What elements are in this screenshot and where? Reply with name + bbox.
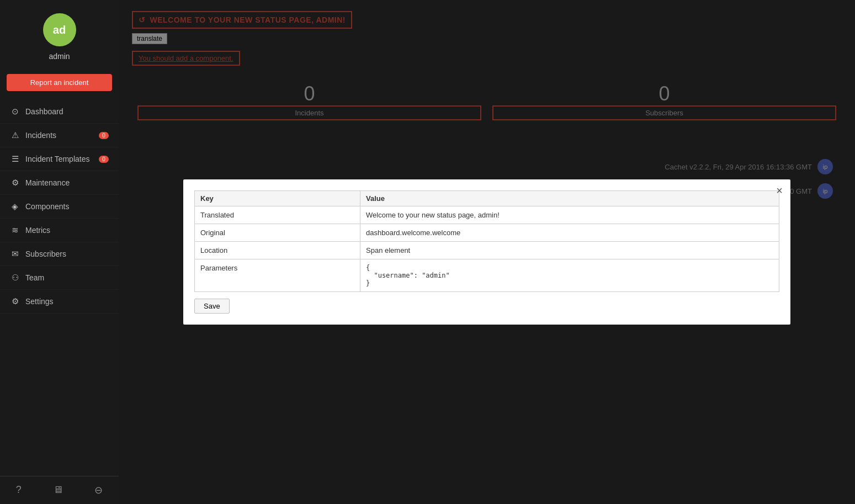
value-translated: Welcome to your new status page, admin! <box>360 206 779 224</box>
metrics-icon: ≋ <box>10 225 20 235</box>
sidebar-item-metrics[interactable]: ≋ Metrics <box>0 219 119 242</box>
sidebar-item-label: Incidents <box>25 131 56 140</box>
sidebar-item-incident-templates[interactable]: ☰ Incident Templates 0 <box>0 147 119 171</box>
sidebar: ad admin Report an incident ⊙ Dashboard … <box>0 0 119 504</box>
incidents-icon: ⚠ <box>10 130 20 140</box>
sidebar-item-label: Metrics <box>25 226 50 235</box>
sidebar-item-label: Incident Templates <box>25 155 89 163</box>
report-incident-button[interactable]: Report an incident <box>7 74 112 91</box>
key-translated: Translated <box>195 206 360 224</box>
modal-close-button[interactable]: × <box>776 185 783 196</box>
incidents-badge: 0 <box>99 132 109 139</box>
key-location: Location <box>195 242 360 259</box>
sidebar-item-label: Maintenance <box>25 178 70 187</box>
username-label: admin <box>49 52 70 61</box>
sidebar-item-label: Components <box>25 202 69 211</box>
sidebar-item-team[interactable]: ⚇ Team <box>0 266 119 290</box>
sidebar-item-components[interactable]: ◈ Components <box>0 195 119 219</box>
team-icon: ⚇ <box>10 273 20 283</box>
sidebar-item-label: Team <box>25 273 44 282</box>
table-row-location: Location Span element <box>195 242 779 259</box>
table-header-value: Value <box>360 191 779 206</box>
value-location: Span element <box>360 242 779 259</box>
key-parameters: Parameters <box>195 259 360 292</box>
sidebar-item-settings[interactable]: ⚙ Settings <box>0 290 119 314</box>
table-row-original: Original dashboard.welcome.welcome <box>195 224 779 242</box>
avatar: ad <box>43 13 76 46</box>
sidebar-bottom: ? 🖥 ⊖ <box>0 476 119 504</box>
templates-badge: 0 <box>99 156 109 163</box>
dashboard-icon: ⊙ <box>10 107 20 116</box>
value-parameters: { "username": "admin" } <box>360 259 779 292</box>
table-row-translated: Translated Welcome to your new status pa… <box>195 206 779 224</box>
sidebar-item-maintenance[interactable]: ⚙ Maintenance <box>0 171 119 195</box>
save-button[interactable]: Save <box>194 299 230 314</box>
templates-icon: ☰ <box>10 154 20 164</box>
key-original: Original <box>195 224 360 242</box>
settings-icon: ⚙ <box>10 296 20 306</box>
sidebar-item-label: Subscribers <box>25 250 66 258</box>
subscribers-icon: ✉ <box>10 249 20 259</box>
sidebar-item-dashboard[interactable]: ⊙ Dashboard <box>0 100 119 124</box>
modal-overlay[interactable]: × Key Value Translated Welcome to your n… <box>119 0 855 504</box>
translation-table: Key Value Translated Welcome to your new… <box>194 190 779 292</box>
sidebar-item-incidents[interactable]: ⚠ Incidents 0 <box>0 124 119 147</box>
main-content: ↺ WELCOME TO YOUR NEW STATUS PAGE, ADMIN… <box>119 0 855 504</box>
help-icon[interactable]: ? <box>16 484 22 496</box>
components-icon: ◈ <box>10 201 20 211</box>
sidebar-item-label: Settings <box>25 297 54 306</box>
monitor-icon[interactable]: 🖥 <box>53 484 63 496</box>
table-header-key: Key <box>195 191 360 206</box>
maintenance-icon: ⚙ <box>10 178 20 188</box>
logout-icon[interactable]: ⊖ <box>94 484 103 496</box>
sidebar-item-subscribers[interactable]: ✉ Subscribers <box>0 242 119 266</box>
table-row-parameters: Parameters { "username": "admin" } <box>195 259 779 292</box>
sidebar-item-label: Dashboard <box>25 107 63 116</box>
value-original: dashboard.welcome.welcome <box>360 224 779 242</box>
translation-modal: × Key Value Translated Welcome to your n… <box>183 179 790 325</box>
sidebar-user: ad admin <box>0 0 119 70</box>
nav-list: ⊙ Dashboard ⚠ Incidents 0 ☰ Incident Tem… <box>0 100 119 314</box>
